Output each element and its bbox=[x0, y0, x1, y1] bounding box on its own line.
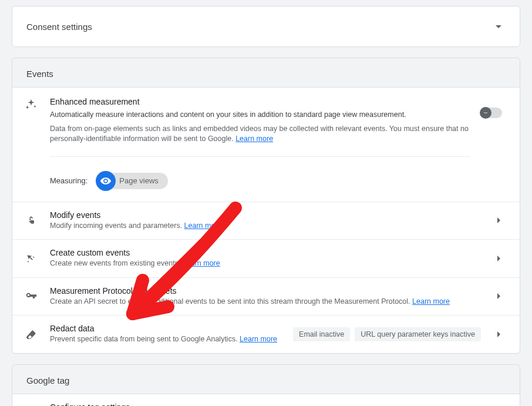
consent-settings-card: Consent settings bbox=[12, 6, 520, 47]
measuring-line: Measuring: Page views bbox=[50, 169, 470, 191]
modify-events-row[interactable]: Modify events Modify incoming events and… bbox=[12, 202, 520, 240]
enhanced-desc2: Data from on-page elements such as links… bbox=[50, 124, 470, 145]
events-section-title: Events bbox=[12, 58, 520, 87]
key-icon bbox=[23, 289, 39, 303]
create-custom-events-row[interactable]: Create custom events Create new events f… bbox=[12, 239, 520, 277]
cursor-sparkle-icon bbox=[23, 252, 39, 265]
redact-desc-text: Prevent specific data from being sent to… bbox=[50, 335, 240, 343]
redact-title: Redact data bbox=[50, 324, 282, 333]
google-tag-card: Google tag Configure tag settings Config… bbox=[12, 364, 520, 407]
measuring-label: Measuring: bbox=[50, 176, 87, 185]
redact-learn-more-link[interactable]: Learn more bbox=[240, 335, 277, 343]
sparkle-icon bbox=[23, 97, 39, 191]
consent-title: Consent settings bbox=[26, 22, 92, 32]
custom-desc-text: Create new events from existing events. bbox=[50, 259, 183, 267]
enhanced-measurement-row: Enhanced measurement Automatically measu… bbox=[12, 87, 520, 202]
redact-desc: Prevent specific data from being sent to… bbox=[50, 334, 282, 345]
divider bbox=[50, 156, 470, 157]
touch-icon bbox=[23, 214, 39, 227]
chevron-right-icon bbox=[491, 289, 506, 303]
chevron-down-icon bbox=[491, 19, 506, 33]
chevron-right-icon bbox=[491, 251, 506, 266]
chevron-right-icon bbox=[491, 327, 506, 341]
url-keys-inactive-badge: URL query parameter keys inactive bbox=[355, 327, 481, 341]
configure-tag-row[interactable]: Configure tag settings Configure your Go… bbox=[12, 394, 520, 407]
modify-learn-more-link[interactable]: Learn more bbox=[184, 222, 222, 230]
redact-badges: Email inactive URL query parameter keys … bbox=[293, 327, 481, 341]
email-inactive-badge: Email inactive bbox=[293, 327, 350, 341]
modify-desc: Modify incoming events and parameters. L… bbox=[50, 221, 481, 231]
custom-learn-more-link[interactable]: Learn more bbox=[183, 259, 220, 267]
redact-data-row[interactable]: Redact data Prevent specific data from b… bbox=[12, 315, 520, 353]
eye-icon[interactable] bbox=[96, 171, 116, 191]
api-secrets-row[interactable]: Measurement Protocol API secrets Create … bbox=[12, 277, 520, 316]
eraser-icon bbox=[23, 328, 39, 341]
enhanced-toggle[interactable] bbox=[481, 108, 502, 118]
secrets-desc-text: Create an API secret to enable additiona… bbox=[50, 297, 412, 306]
enhanced-title: Enhanced measurement bbox=[50, 97, 470, 106]
secrets-desc: Create an API secret to enable additiona… bbox=[50, 297, 481, 307]
modify-title: Modify events bbox=[50, 210, 481, 220]
custom-desc: Create new events from existing events. … bbox=[50, 259, 481, 269]
modify-desc-text: Modify incoming events and parameters. bbox=[50, 222, 184, 230]
svg-rect-0 bbox=[484, 113, 487, 113]
consent-settings-row[interactable]: Consent settings bbox=[12, 6, 520, 46]
enhanced-learn-more-link[interactable]: Learn more bbox=[235, 135, 273, 143]
enhanced-desc1: Automatically measure interactions and c… bbox=[50, 110, 470, 120]
configure-title: Configure tag settings bbox=[50, 402, 481, 407]
gtag-section-title: Google tag bbox=[12, 365, 520, 394]
toggle-knob-icon bbox=[480, 107, 491, 119]
secrets-learn-more-link[interactable]: Learn more bbox=[412, 297, 450, 306]
secrets-title: Measurement Protocol API secrets bbox=[50, 286, 481, 296]
custom-title: Create custom events bbox=[50, 248, 481, 257]
events-card: Events Enhanced measurement Automaticall… bbox=[12, 58, 520, 354]
chevron-right-icon bbox=[491, 213, 506, 227]
